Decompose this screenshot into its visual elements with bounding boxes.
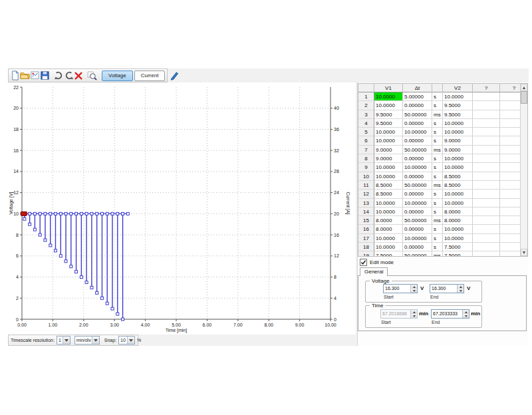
value-cell[interactable] [473, 208, 500, 216]
value-cell[interactable] [473, 92, 500, 101]
scroll-down-button[interactable] [521, 249, 527, 256]
value-cell[interactable]: 8.0000 [443, 208, 473, 216]
value-cell[interactable] [473, 216, 500, 225]
value-cell[interactable]: s [432, 101, 443, 110]
value-cell[interactable]: 0.00000 [403, 172, 432, 181]
column-header-v1[interactable]: V1 [374, 84, 403, 92]
value-cell[interactable]: 10.0000 [443, 154, 473, 163]
column-header-δt[interactable]: Δt [403, 84, 432, 92]
redo-button[interactable] [54, 70, 64, 82]
resolution-select[interactable]: 1 [57, 336, 70, 345]
value-cell[interactable] [473, 225, 500, 233]
value-cell[interactable]: 0.00000 [403, 243, 432, 251]
value-cell[interactable]: ms [432, 216, 443, 225]
open-file-button[interactable] [20, 70, 30, 82]
column-header-q5[interactable]: ? [473, 84, 500, 92]
value-cell[interactable]: s [432, 234, 443, 243]
scrollbar-thumb[interactable] [521, 91, 527, 104]
value-cell[interactable] [473, 110, 500, 119]
value-cell[interactable] [473, 190, 500, 198]
value-cell[interactable]: 7.5000 [374, 251, 403, 257]
value-cell[interactable]: 9.5000 [443, 101, 473, 110]
waveform-chart[interactable]: 024681012141618202204812162024283236400.… [8, 82, 356, 335]
value-cell[interactable]: 10.00000 [403, 234, 432, 243]
column-header-v2[interactable]: V2 [443, 84, 473, 92]
value-cell[interactable]: ms [432, 251, 443, 257]
value-cell[interactable]: 10.0000 [443, 128, 473, 136]
tab-voltage[interactable]: Voltage [102, 70, 133, 81]
value-cell[interactable]: 10.00000 [403, 128, 432, 136]
value-cell[interactable]: 10.0000 [374, 136, 403, 145]
column-header-blank[interactable] [358, 84, 374, 92]
value-cell[interactable]: 8.5000 [374, 190, 403, 198]
value-cell[interactable]: s [432, 225, 443, 233]
zoom-selection-button[interactable] [87, 70, 97, 82]
snap-select[interactable]: 10 [118, 336, 135, 345]
value-cell[interactable]: 9.0000 [374, 146, 403, 154]
new-file-button[interactable] [10, 70, 20, 82]
value-cell[interactable]: 10.0000 [374, 128, 403, 136]
value-cell[interactable]: 10.0000 [443, 234, 473, 243]
value-cell[interactable]: 10.0000 [374, 101, 403, 110]
value-cell[interactable]: 0.00000 [403, 190, 432, 198]
value-cell[interactable] [473, 251, 500, 257]
value-cell[interactable]: ms [432, 110, 443, 119]
value-cell[interactable] [473, 243, 500, 251]
voltage-waveform-plot[interactable]: 024681012141618202204812162024283236400.… [8, 82, 356, 334]
value-cell[interactable]: 8.5000 [443, 172, 473, 181]
value-cell[interactable]: 10.0000 [443, 163, 473, 172]
value-cell[interactable]: s [432, 199, 443, 208]
table-scrollbar[interactable] [520, 84, 527, 256]
value-cell[interactable]: 50.00000 [403, 181, 432, 190]
edit-mode-checkbox[interactable]: Edit mode [360, 259, 394, 266]
value-cell[interactable]: 0.00000 [403, 225, 432, 233]
value-cell[interactable]: 0.00000 [403, 154, 432, 163]
value-cell[interactable]: 7.5000 [443, 251, 473, 257]
value-cell[interactable]: 8.0000 [374, 216, 403, 225]
value-cell[interactable]: 8.5000 [443, 181, 473, 190]
value-cell[interactable] [473, 181, 500, 190]
spin-down-icon[interactable] [411, 289, 417, 293]
value-cell[interactable] [473, 146, 500, 154]
value-cell[interactable]: 9.5000 [374, 119, 403, 128]
value-cell[interactable]: 8.0000 [374, 225, 403, 233]
value-cell[interactable]: 50.00000 [403, 146, 432, 154]
value-cell[interactable]: s [432, 128, 443, 136]
save-button[interactable] [40, 70, 50, 82]
value-cell[interactable] [473, 234, 500, 243]
value-cell[interactable] [473, 163, 500, 172]
value-cell[interactable]: 8.5000 [374, 181, 403, 190]
time-end-spinner[interactable]: 67.2033333 [431, 309, 469, 319]
value-cell[interactable]: 0.00000 [403, 119, 432, 128]
value-cell[interactable]: 10.0000 [443, 199, 473, 208]
value-cell[interactable] [473, 172, 500, 181]
value-cell[interactable]: 50.00000 [403, 251, 432, 257]
value-cell[interactable] [473, 199, 500, 208]
undo-button[interactable] [64, 70, 74, 82]
value-cell[interactable] [473, 154, 500, 163]
value-cell[interactable]: s [432, 92, 443, 101]
value-cell[interactable]: ms [432, 146, 443, 154]
value-cell[interactable]: 9.0000 [443, 146, 473, 154]
value-cell[interactable]: s [432, 163, 443, 172]
value-cell[interactable]: 10.00000 [403, 163, 432, 172]
value-cell[interactable]: 10.0000 [374, 163, 403, 172]
value-cell[interactable]: 10.0000 [443, 92, 473, 101]
value-cell[interactable]: 8.0000 [443, 216, 473, 225]
value-cell[interactable]: s [432, 119, 443, 128]
value-cell[interactable]: s [432, 190, 443, 198]
value-cell[interactable]: 10.0000 [374, 199, 403, 208]
value-cell[interactable]: 10.0000 [374, 92, 403, 101]
value-cell[interactable]: 50.00000 [403, 110, 432, 119]
value-cell[interactable]: 9.5000 [374, 110, 403, 119]
value-cell[interactable]: 0.00000 [403, 136, 432, 145]
value-cell[interactable]: 7.5000 [443, 243, 473, 251]
export-chart-button[interactable] [30, 70, 40, 82]
tab-current[interactable]: Current [134, 70, 166, 81]
value-cell[interactable]: 10.0000 [374, 172, 403, 181]
spin-down-icon[interactable] [458, 289, 464, 293]
voltage-start-spinner[interactable]: 16.300 [383, 284, 418, 293]
scroll-up-button[interactable] [521, 84, 527, 91]
value-cell[interactable]: 10.0000 [443, 119, 473, 128]
value-cell[interactable]: 50.00000 [403, 216, 432, 225]
